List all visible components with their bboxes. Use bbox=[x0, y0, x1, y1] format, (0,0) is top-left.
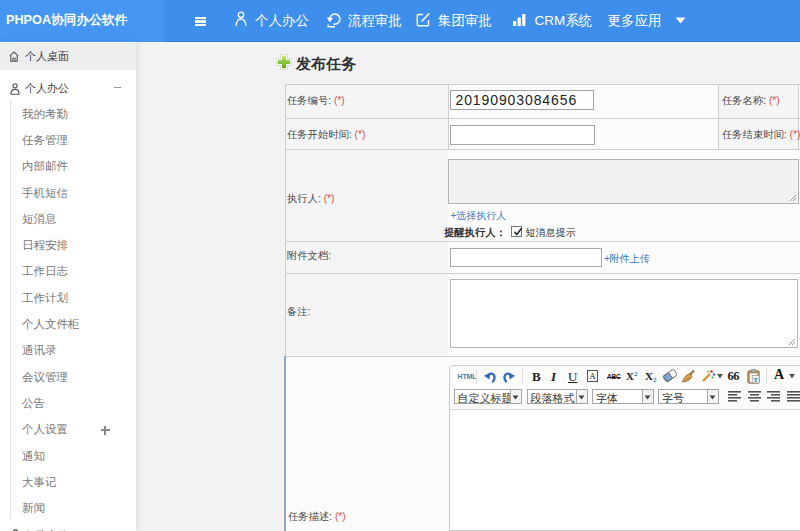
svg-text:T: T bbox=[754, 376, 759, 383]
